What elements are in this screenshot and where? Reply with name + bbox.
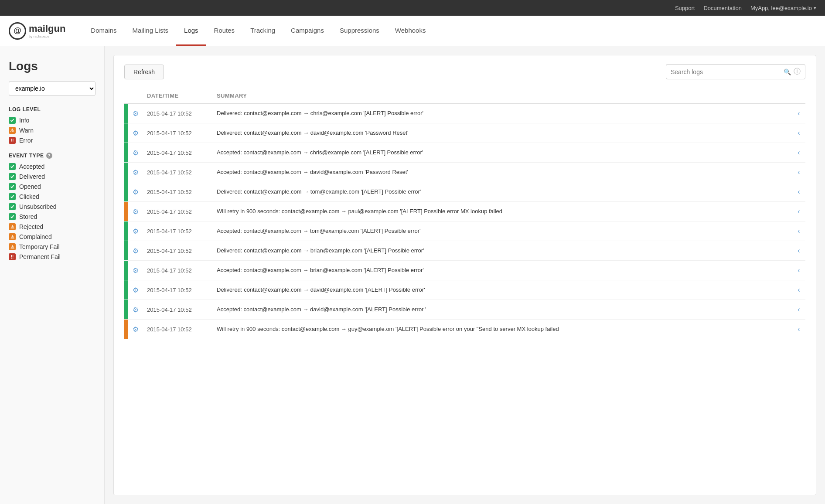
event-type-label-stored: Stored (19, 213, 37, 220)
search-help-icon[interactable]: ⓘ (794, 67, 801, 76)
event-type-stored[interactable]: Stored (9, 213, 95, 220)
date-cell: 2015-04-17 10:52 (143, 244, 213, 258)
event-type-label-rejected: Rejected (19, 223, 43, 230)
event-type-unsubscribed[interactable]: Unsubscribed (9, 203, 95, 210)
chevron-cell[interactable]: ‹ (792, 208, 805, 215)
gear-icon[interactable]: ⚙ (133, 109, 139, 118)
nav-item-mailing-lists[interactable]: Mailing Lists (125, 16, 177, 46)
table-row[interactable]: ⚙ 2015-04-17 10:52 Will retry in 900 sec… (124, 320, 805, 339)
summary-cell: Will retry in 900 seconds: contact@examp… (213, 322, 792, 337)
gear-icon[interactable]: ⚙ (133, 227, 139, 235)
search-icon[interactable]: 🔍 (784, 68, 791, 75)
checkbox-event-stored (9, 213, 16, 220)
table-row[interactable]: ⚙ 2015-04-17 10:52 Delivered: contact@ex… (124, 104, 805, 123)
gear-cell: ⚙ (128, 188, 143, 196)
checkbox-info (9, 117, 16, 124)
date-cell: 2015-04-17 10:52 (143, 205, 213, 218)
checkbox-event-temporary-fail: ⚠ (9, 243, 16, 250)
nav-item-routes[interactable]: Routes (206, 16, 243, 46)
toolbar: Refresh 🔍 ⓘ (124, 64, 805, 79)
gear-cell: ⚙ (128, 286, 143, 294)
table-row[interactable]: ⚙ 2015-04-17 10:52 Delivered: contact@ex… (124, 123, 805, 143)
nav-item-tracking[interactable]: Tracking (242, 16, 283, 46)
status-bar (124, 202, 128, 221)
support-link[interactable]: Support (675, 5, 695, 11)
summary-cell: Accepted: contact@example.com → david@ex… (213, 165, 792, 180)
search-input[interactable] (671, 68, 781, 75)
summary-cell: Delivered: contact@example.com → david@e… (213, 283, 792, 297)
main-nav: DomainsMailing ListsLogsRoutesTrackingCa… (83, 16, 433, 46)
page: Logs example.io LOG LEVEL Info⚠Warn!!Err… (0, 46, 825, 504)
gear-cell: ⚙ (128, 168, 143, 177)
event-type-permanent-fail[interactable]: !!Permanent Fail (9, 253, 95, 260)
checkbox-event-permanent-fail: !! (9, 253, 16, 260)
event-type-delivered[interactable]: Delivered (9, 173, 95, 180)
gear-icon[interactable]: ⚙ (133, 266, 139, 275)
gear-cell: ⚙ (128, 247, 143, 255)
chevron-cell[interactable]: ‹ (792, 188, 805, 196)
date-cell: 2015-04-17 10:52 (143, 146, 213, 160)
event-type-temporary-fail[interactable]: ⚠Temporary Fail (9, 243, 95, 250)
log-level-info[interactable]: Info (9, 117, 95, 124)
log-level-warn[interactable]: ⚠Warn (9, 127, 95, 134)
chevron-cell[interactable]: ‹ (792, 306, 805, 313)
event-type-clicked[interactable]: Clicked (9, 193, 95, 200)
summary-cell: Delivered: contact@example.com → chris@e… (213, 106, 792, 121)
chevron-cell[interactable]: ‹ (792, 129, 805, 137)
checkbox-event-clicked (9, 193, 16, 200)
gear-icon[interactable]: ⚙ (133, 325, 139, 334)
chevron-cell[interactable]: ‹ (792, 325, 805, 333)
event-type-complained[interactable]: ⚠Complained (9, 233, 95, 240)
gear-icon[interactable]: ⚙ (133, 168, 139, 177)
table-row[interactable]: ⚙ 2015-04-17 10:52 Accepted: contact@exa… (124, 163, 805, 182)
chevron-cell[interactable]: ‹ (792, 168, 805, 176)
event-type-rejected[interactable]: ⚠Rejected (9, 223, 95, 230)
date-cell: 2015-04-17 10:52 (143, 107, 213, 120)
table-row[interactable]: ⚙ 2015-04-17 10:52 Accepted: contact@exa… (124, 221, 805, 241)
table-row[interactable]: ⚙ 2015-04-17 10:52 Accepted: contact@exa… (124, 261, 805, 280)
gear-icon[interactable]: ⚙ (133, 286, 139, 294)
event-type-opened[interactable]: Opened (9, 183, 95, 190)
date-cell: 2015-04-17 10:52 (143, 283, 213, 297)
chevron-cell[interactable]: ‹ (792, 247, 805, 255)
documentation-link[interactable]: Documentation (703, 5, 741, 11)
gear-cell: ⚙ (128, 266, 143, 275)
gear-icon[interactable]: ⚙ (133, 149, 139, 157)
table-row[interactable]: ⚙ 2015-04-17 10:52 Delivered: contact@ex… (124, 182, 805, 202)
gear-icon[interactable]: ⚙ (133, 188, 139, 196)
nav-item-webhooks[interactable]: Webhooks (387, 16, 434, 46)
nav-item-campaigns[interactable]: Campaigns (283, 16, 332, 46)
nav-item-suppressions[interactable]: Suppressions (332, 16, 387, 46)
gear-icon[interactable]: ⚙ (133, 247, 139, 255)
nav-item-domains[interactable]: Domains (83, 16, 124, 46)
table-row[interactable]: ⚙ 2015-04-17 10:52 Delivered: contact@ex… (124, 280, 805, 300)
chevron-cell[interactable]: ‹ (792, 286, 805, 294)
event-type-help-icon[interactable]: ? (46, 153, 52, 159)
checkbox-event-delivered (9, 173, 16, 180)
gear-icon[interactable]: ⚙ (133, 306, 139, 314)
refresh-button[interactable]: Refresh (124, 65, 164, 79)
table-row[interactable]: ⚙ 2015-04-17 10:52 Accepted: contact@exa… (124, 143, 805, 163)
gear-icon[interactable]: ⚙ (133, 208, 139, 216)
chevron-cell[interactable]: ‹ (792, 227, 805, 235)
chevron-cell[interactable]: ‹ (792, 149, 805, 157)
chevron-cell[interactable]: ‹ (792, 266, 805, 274)
gear-icon[interactable]: ⚙ (133, 129, 139, 137)
domain-select[interactable]: example.io (9, 81, 95, 96)
navbar: @ mailgun by rackspace DomainsMailing Li… (0, 16, 825, 46)
table-row[interactable]: ⚙ 2015-04-17 10:52 Delivered: contact@ex… (124, 241, 805, 261)
summary-cell: Accepted: contact@example.com → brian@ex… (213, 263, 792, 278)
gear-cell: ⚙ (128, 325, 143, 334)
event-type-accepted[interactable]: Accepted (9, 163, 95, 170)
logo-name: mailgun (29, 23, 65, 34)
log-level-error[interactable]: !!Error (9, 137, 95, 144)
table-row[interactable]: ⚙ 2015-04-17 10:52 Will retry in 900 sec… (124, 202, 805, 221)
table-row[interactable]: ⚙ 2015-04-17 10:52 Accepted: contact@exa… (124, 300, 805, 320)
log-level-label-warn: Warn (19, 127, 34, 134)
nav-item-logs[interactable]: Logs (176, 16, 206, 46)
date-cell: 2015-04-17 10:52 (143, 264, 213, 277)
gear-cell: ⚙ (128, 129, 143, 137)
status-bar (124, 241, 128, 260)
user-menu[interactable]: MyApp, lee@example.io (750, 5, 816, 11)
chevron-cell[interactable]: ‹ (792, 109, 805, 117)
